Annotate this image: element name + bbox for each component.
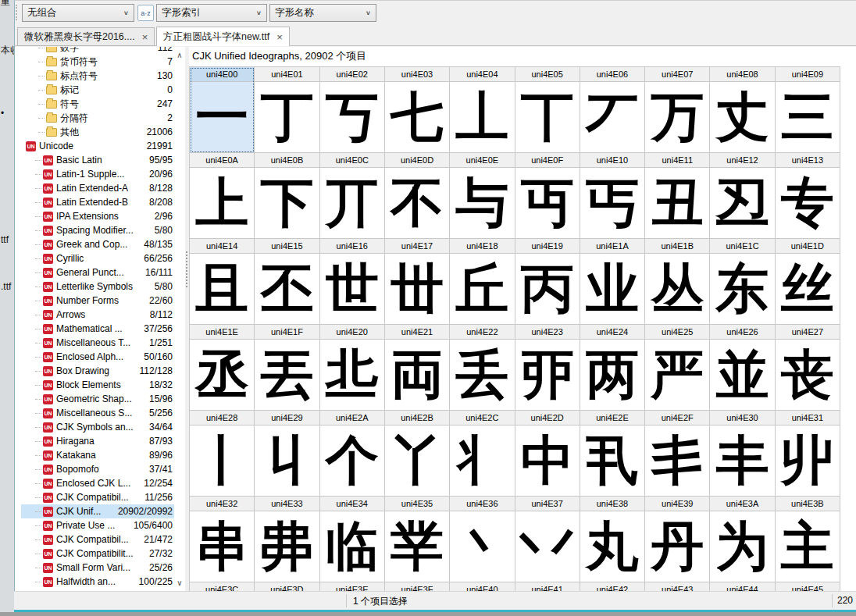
tree-item-private-use-[interactable]: UNPrivate Use ...105/6400 — [21, 518, 174, 532]
glyph-cell-uni4E0F[interactable]: uni4E0F丏 — [515, 153, 580, 239]
glyph-cell-uni4E04[interactable]: uni4E04丄 — [450, 67, 515, 153]
glyph-cell-uni4E12[interactable]: uni4E12丒 — [710, 153, 775, 239]
tree-item-分隔符[interactable]: 分隔符2 — [21, 111, 174, 125]
glyph-cell-uni4E06[interactable]: uni4E06丆 — [580, 67, 645, 153]
glyph-cell-uni4E3F[interactable]: uni4E3F — [385, 582, 450, 591]
tree-item-标点符号[interactable]: 标点符号130 — [21, 69, 174, 83]
glyph-cell-uni4E24[interactable]: uni4E24两 — [580, 325, 645, 411]
glyph-cell-uni4E3B[interactable]: uni4E3B主 — [776, 497, 840, 582]
glyph-cell-uni4E0C[interactable]: uni4E0C丌 — [320, 153, 385, 239]
glyph-cell-uni4E2F[interactable]: uni4E2F丯 — [645, 411, 710, 497]
close-icon[interactable]: × — [142, 32, 148, 42]
glyph-cell-uni4E27[interactable]: uni4E27丧 — [776, 325, 840, 411]
glyph-cell-uni4E30[interactable]: uni4E30丰 — [710, 411, 775, 497]
glyph-cell-uni4E2A[interactable]: uni4E2A个 — [320, 411, 385, 497]
tree-item-符号[interactable]: 符号247 — [21, 97, 174, 111]
tree-item-latin-extended-a[interactable]: UNLatin Extended-A8/128 — [21, 181, 174, 195]
glyph-cell-uni4E05[interactable]: uni4E05丅 — [515, 67, 580, 153]
glyph-index-combo[interactable]: 字形索引 ∨ — [156, 4, 267, 22]
tree-item-miscellaneous-s-[interactable]: UNMiscellaneous S...5/256 — [21, 406, 174, 420]
glyph-cell-uni4E42[interactable]: uni4E42 — [580, 582, 645, 591]
tree-item-hiragana[interactable]: UNHiragana87/93 — [21, 434, 174, 448]
glyph-cell-uni4E18[interactable]: uni4E18丘 — [450, 239, 515, 325]
tree-item-bopomofo[interactable]: UNBopomofo37/41 — [21, 462, 174, 476]
group-combo[interactable]: 无组合 ∨ — [22, 4, 134, 22]
glyph-cell-uni4E37[interactable]: uni4E37丷 — [515, 497, 580, 582]
glyph-cell-uni4E33[interactable]: uni4E33丳 — [255, 497, 319, 582]
glyph-cell-uni4E1F[interactable]: uni4E1F丟 — [255, 325, 319, 411]
tree-item-货币符号[interactable]: 货币符号7 — [21, 55, 174, 69]
glyph-cell-uni4E38[interactable]: uni4E38丸 — [580, 497, 645, 582]
glyph-cell-uni4E34[interactable]: uni4E34临 — [320, 497, 385, 582]
glyph-cell-uni4E28[interactable]: uni4E28丨 — [190, 411, 255, 497]
glyph-cell-uni4E32[interactable]: uni4E32串 — [190, 497, 255, 582]
glyph-cell-uni4E1E[interactable]: uni4E1E丞 — [190, 325, 255, 411]
glyph-cell-uni4E15[interactable]: uni4E15丕 — [255, 239, 319, 325]
glyph-cell-uni4E0A[interactable]: uni4E0A上 — [190, 153, 255, 239]
tree-item-unicode[interactable]: UNUnicode21991 — [21, 139, 174, 153]
tree-item-arrows[interactable]: UNArrows8/112 — [21, 308, 174, 322]
glyph-cell-uni4E16[interactable]: uni4E16世 — [320, 239, 385, 325]
toolbar-grip[interactable] — [16, 5, 20, 20]
glyph-cell-uni4E40[interactable]: uni4E40 — [450, 582, 515, 591]
close-icon[interactable]: × — [276, 32, 283, 42]
glyph-cell-uni4E17[interactable]: uni4E17丗 — [385, 239, 450, 325]
glyph-cell-uni4E00[interactable]: uni4E00一 — [190, 67, 255, 153]
glyph-cell-uni4E10[interactable]: uni4E10丐 — [580, 153, 645, 239]
glyph-cell-uni4E2E[interactable]: uni4E2E丮 — [580, 411, 645, 497]
glyph-cell-uni4E3A[interactable]: uni4E3A为 — [710, 497, 775, 582]
tree-item-latin-extended-b[interactable]: UNLatin Extended-B8/208 — [21, 195, 174, 209]
glyph-name-combo[interactable]: 字形名称 ∨ — [269, 4, 376, 22]
glyph-cell-uni4E11[interactable]: uni4E11丑 — [645, 153, 710, 239]
tree-item-spacing-modifier-[interactable]: UNSpacing Modifier...5/80 — [21, 223, 174, 237]
glyph-cell-uni4E2C[interactable]: uni4E2C丬 — [450, 411, 515, 497]
glyph-cell-uni4E21[interactable]: uni4E21両 — [385, 325, 450, 411]
glyph-cell-uni4E09[interactable]: uni4E09三 — [776, 67, 840, 153]
tree-item-number-forms[interactable]: UNNumber Forms22/60 — [21, 294, 174, 308]
tree-scroll-down-arrow[interactable]: ∨ — [174, 576, 185, 589]
glyph-cell-uni4E03[interactable]: uni4E03七 — [385, 67, 450, 153]
glyph-cell-uni4E3C[interactable]: uni4E3C — [190, 582, 255, 591]
glyph-cell-uni4E2B[interactable]: uni4E2B丫 — [385, 411, 450, 497]
tree-item-enclosed-cjk-l-[interactable]: UNEnclosed CJK L...12/254 — [21, 476, 174, 490]
glyph-cell-uni4E39[interactable]: uni4E39丹 — [645, 497, 710, 582]
tree-item-latin-1-supple-[interactable]: UNLatin-1 Supple...20/96 — [21, 167, 174, 181]
glyph-cell-uni4E0B[interactable]: uni4E0B下 — [255, 153, 319, 239]
glyph-cell-uni4E07[interactable]: uni4E07万 — [645, 67, 710, 153]
tree-item-cjk-symbols-an-[interactable]: UNCJK Symbols an...34/64 — [21, 420, 174, 434]
glyph-cell-uni4E26[interactable]: uni4E26並 — [710, 325, 775, 411]
glyph-cell-uni4E36[interactable]: uni4E36丶 — [450, 497, 515, 582]
tree-scroll-up-arrow[interactable]: ∧ — [174, 48, 185, 61]
tree-item-mathematical-[interactable]: UNMathematical ...37/256 — [21, 322, 174, 336]
tree-item-geometric-shap-[interactable]: UNGeometric Shap...15/96 — [21, 392, 174, 406]
tree-item-数字[interactable]: 数字112 — [21, 47, 174, 55]
tree-item-cjk-compatibil-[interactable]: UNCJK Compatibil...21/472 — [21, 532, 174, 547]
glyph-cell-uni4E19[interactable]: uni4E19丙 — [515, 239, 580, 325]
glyph-cell-uni4E25[interactable]: uni4E25严 — [645, 325, 710, 411]
glyph-cell-uni4E44[interactable]: uni4E44 — [710, 582, 775, 591]
tree-item-box-drawing[interactable]: UNBox Drawing112/128 — [21, 364, 174, 378]
glyph-cell-uni4E01[interactable]: uni4E01丁 — [255, 67, 319, 153]
tab-font-2-active[interactable]: 方正粗圆战斗字体new.ttf × — [156, 27, 290, 46]
glyph-cell-uni4E35[interactable]: uni4E35丵 — [385, 497, 450, 582]
tree-item-其他[interactable]: 其他21006 — [21, 125, 174, 139]
glyph-cell-uni4E20[interactable]: uni4E20丠 — [320, 325, 385, 411]
glyph-cell-uni4E45[interactable]: uni4E45 — [776, 582, 840, 591]
tree-item-small-form-vari-[interactable]: UNSmall Form Vari...25/26 — [21, 561, 174, 575]
glyph-cell-uni4E0E[interactable]: uni4E0E与 — [450, 153, 515, 239]
tree-item-ipa-extensions[interactable]: UNIPA Extensions2/96 — [21, 209, 174, 223]
glyph-cell-uni4E23[interactable]: uni4E23丣 — [515, 325, 580, 411]
glyph-cell-uni4E29[interactable]: uni4E29丩 — [255, 411, 319, 497]
glyph-cell-uni4E3D[interactable]: uni4E3D — [255, 582, 319, 591]
tab-font-1[interactable]: 微软雅黑瘦长字母2016.... × — [17, 27, 155, 46]
glyph-cell-uni4E1D[interactable]: uni4E1D丝 — [776, 239, 840, 325]
tree-item-cjk-compatibil-[interactable]: UNCJK Compatibil...11/256 — [21, 490, 174, 504]
glyph-cell-uni4E08[interactable]: uni4E08丈 — [710, 67, 775, 153]
glyph-cell-uni4E3E[interactable]: uni4E3E — [320, 582, 385, 591]
tree-item-katakana[interactable]: UNKatakana89/96 — [21, 448, 174, 462]
tree-item-greek-and-cop-[interactable]: UNGreek and Cop...48/135 — [21, 237, 174, 251]
glyph-cell-uni4E31[interactable]: uni4E31丱 — [776, 411, 840, 497]
tree-item-basic-latin[interactable]: UNBasic Latin95/95 — [21, 153, 174, 167]
glyph-cell-uni4E22[interactable]: uni4E22丢 — [450, 325, 515, 411]
tree-item-halfwidth-an-[interactable]: UNHalfwidth an...100/225 — [21, 575, 174, 589]
